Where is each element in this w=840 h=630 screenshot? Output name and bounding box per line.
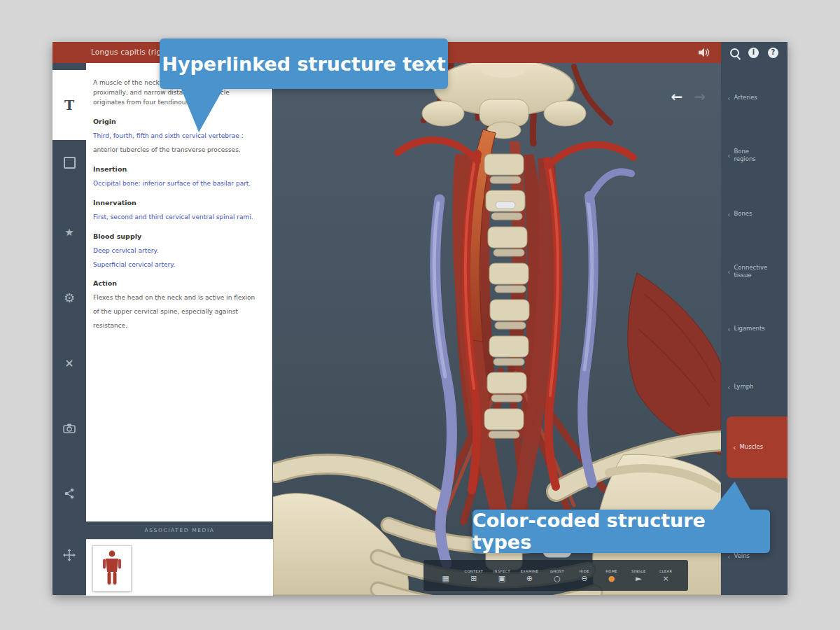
innervation-link[interactable]: First, second and third cervical ventral… bbox=[93, 214, 253, 220]
speaker-icon[interactable] bbox=[699, 47, 710, 60]
camera-tool-button[interactable] bbox=[52, 406, 86, 451]
toolbar-single-button[interactable]: SINGLE ► bbox=[630, 569, 647, 582]
views-icon bbox=[64, 157, 76, 169]
toolbar-examine-button[interactable]: EXAMINE ⊕ bbox=[521, 569, 539, 582]
settings-tool-button[interactable]: ⚙ bbox=[52, 276, 86, 321]
favorites-tool-button[interactable]: ★ bbox=[52, 210, 86, 255]
toolbar-ghost-button[interactable]: GHOST ○ bbox=[549, 569, 566, 582]
search-icon[interactable] bbox=[730, 48, 739, 57]
toolbar-context-button[interactable]: CONTEXT ⊞ bbox=[465, 569, 484, 582]
toolbar-inspect-button[interactable]: INSPECT ▣ bbox=[493, 569, 510, 582]
star-icon: ★ bbox=[64, 227, 74, 238]
help-icon[interactable]: ? bbox=[768, 48, 778, 58]
info-icon[interactable]: i bbox=[748, 48, 759, 58]
inspect-icon: ▣ bbox=[498, 575, 505, 582]
text-tool-button[interactable]: T bbox=[52, 70, 86, 140]
toolbar-grid-button[interactable]: ▦ bbox=[438, 569, 454, 582]
dissect-tool-button[interactable]: × bbox=[52, 341, 86, 386]
structure-text-panel: A muscle of the neck that is broad and t… bbox=[86, 63, 273, 522]
camera-icon bbox=[63, 424, 76, 433]
associated-media-bar: ASSOCIATED MEDIA bbox=[86, 522, 273, 539]
chevron-left-icon: ‹ bbox=[733, 444, 736, 451]
titlebar-actions: i ? bbox=[721, 42, 788, 63]
category-connective-tissue[interactable]: ‹ Connective tissue bbox=[721, 258, 788, 286]
share-icon bbox=[64, 488, 75, 499]
tool-rail: T ★ ⚙ × bbox=[52, 63, 86, 595]
callout-hyperlinked-text-label: Hyperlinked structure text bbox=[162, 53, 445, 75]
move-icon bbox=[63, 549, 76, 561]
insertion-link[interactable]: Occipital bone: inferior surface of the … bbox=[93, 180, 251, 187]
toolbar-home-button[interactable]: HOME ● bbox=[603, 569, 620, 582]
home-icon: ● bbox=[608, 575, 615, 582]
dissect-icon: × bbox=[64, 358, 74, 369]
callout-color-coded-label: Color-coded structure types bbox=[472, 510, 770, 553]
forward-arrow-icon[interactable]: → bbox=[694, 90, 706, 104]
blood-supply-link-2[interactable]: Superficial cervical artery. bbox=[93, 261, 175, 268]
grid-icon: ▦ bbox=[442, 575, 449, 582]
history-nav: ← → bbox=[671, 90, 706, 104]
action-text: Flexes the head on the neck and is activ… bbox=[93, 294, 255, 329]
context-icon: ⊞ bbox=[470, 575, 477, 582]
hide-icon: ⊖ bbox=[581, 575, 587, 582]
gear-icon: ⚙ bbox=[64, 292, 75, 304]
examine-icon: ⊕ bbox=[526, 575, 533, 582]
category-bones[interactable]: ‹ Bones bbox=[721, 204, 788, 224]
toolbar-clear-button[interactable]: CLEAR × bbox=[657, 569, 674, 582]
callout-color-coded: Color-coded structure types bbox=[472, 510, 770, 553]
muscle-figure-icon bbox=[100, 550, 124, 587]
single-icon: ► bbox=[636, 575, 641, 582]
section-heading-insertion: Insertion bbox=[93, 165, 261, 173]
section-heading-innervation: Innervation bbox=[93, 199, 261, 206]
viewport-toolbar: ▦ CONTEXT ⊞ INSPECT ▣ EXAMINE ⊕ GHOST ○ … bbox=[424, 560, 688, 591]
back-arrow-icon[interactable]: ← bbox=[671, 90, 682, 104]
ghost-icon: ○ bbox=[554, 575, 561, 582]
chevron-left-icon: ‹ bbox=[727, 553, 730, 561]
blood-supply-link-1[interactable]: Deep cervical artery. bbox=[93, 247, 158, 254]
media-thumbnail[interactable] bbox=[92, 545, 132, 592]
chevron-left-icon: ‹ bbox=[727, 211, 730, 218]
category-arteries[interactable]: ‹ Arteries bbox=[721, 88, 788, 108]
chevron-left-icon: ‹ bbox=[727, 268, 730, 276]
move-tool-button[interactable] bbox=[52, 533, 86, 578]
chevron-left-icon: ‹ bbox=[727, 384, 730, 391]
section-heading-action: Action bbox=[93, 279, 261, 287]
category-muscles[interactable]: ‹ Muscles bbox=[727, 416, 788, 478]
category-lymph[interactable]: ‹ Lymph bbox=[721, 377, 788, 397]
category-bone-regions[interactable]: ‹ Bone regions bbox=[721, 141, 788, 169]
views-tool-button[interactable] bbox=[52, 140, 86, 185]
callout-hyperlinked-text: Hyperlinked structure text bbox=[160, 38, 448, 89]
associated-media-strip bbox=[86, 539, 273, 596]
chevron-left-icon: ‹ bbox=[727, 94, 730, 102]
clear-icon: × bbox=[663, 575, 669, 582]
category-ligaments[interactable]: ‹ Ligaments bbox=[721, 319, 788, 339]
chevron-left-icon: ‹ bbox=[727, 152, 730, 160]
share-tool-button[interactable] bbox=[52, 471, 86, 516]
section-heading-origin: Origin bbox=[93, 118, 261, 125]
section-heading-blood-supply: Blood supply bbox=[93, 232, 261, 240]
toolbar-hide-button[interactable]: HIDE ⊖ bbox=[576, 569, 593, 582]
chevron-left-icon: ‹ bbox=[727, 326, 730, 333]
text-tool-icon: T bbox=[64, 97, 74, 113]
origin-link[interactable]: Third, fourth, fifth and sixth cervical … bbox=[93, 132, 239, 139]
